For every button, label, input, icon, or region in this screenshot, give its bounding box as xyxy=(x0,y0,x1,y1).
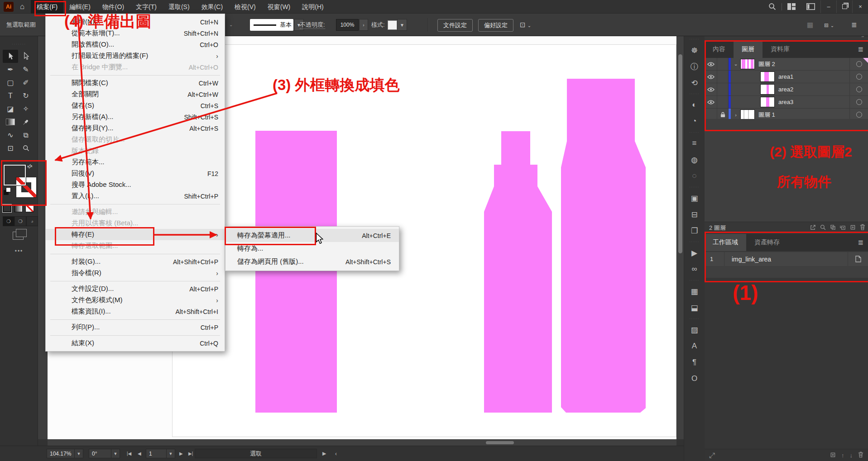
zoom-tool-icon[interactable] xyxy=(18,142,34,155)
search-icon[interactable] xyxy=(820,224,826,232)
file-menu-item-33[interactable]: 結束(X)Ctrl+Q xyxy=(46,337,225,349)
shape-builder-tool-icon[interactable]: ⧉ xyxy=(18,128,34,142)
make-clipping-mask-icon[interactable] xyxy=(830,224,836,232)
selection-tool-icon[interactable] xyxy=(3,50,18,63)
layer-name[interactable]: 圖層 1 xyxy=(758,111,775,119)
minimize-button[interactable]: – xyxy=(820,0,836,13)
file-menu-item-3[interactable]: 開啟舊檔(O)...Ctrl+O xyxy=(46,39,225,50)
area1-rectangle[interactable] xyxy=(255,131,337,413)
panel-grip[interactable]: ∙∙∙∙∙∙∙ xyxy=(0,42,38,46)
appearance-panel-icon[interactable]: ◌ xyxy=(684,168,705,184)
expand-chevron-icon[interactable]: › xyxy=(731,112,741,118)
layer-row-area1[interactable]: area1 xyxy=(705,71,868,83)
file-menu-item-27[interactable]: 文件設定(D)...Alt+Ctrl+P xyxy=(46,283,225,295)
artboards-panel-tab-2[interactable]: 資產轉存 xyxy=(746,234,788,251)
draw-normal-button[interactable]: ❍ xyxy=(3,216,14,226)
collect-for-export-icon[interactable] xyxy=(810,224,816,232)
artboards-panel-tab-1[interactable]: 工作區域 xyxy=(705,234,746,251)
layer-row-圖層 2[interactable]: ⌄圖層 2 xyxy=(705,58,868,71)
last-artboard-icon[interactable]: ▶| xyxy=(188,449,193,458)
resize-handle-icon[interactable]: ⤢ xyxy=(705,451,715,460)
pen-tool-icon[interactable]: ✒ xyxy=(3,63,18,76)
file-menu-item-17[interactable]: 置入(L)...Shift+Ctrl+P xyxy=(46,190,225,202)
target-circle-icon[interactable] xyxy=(856,99,862,105)
new-sublayer-icon[interactable] xyxy=(840,224,846,232)
layers-panel-tab-2[interactable]: 圖層 xyxy=(734,41,762,58)
curvature-tool-icon[interactable]: ✎ xyxy=(18,63,34,76)
file-menu-item-24[interactable]: 封裝(G)...Alt+Shift+Ctrl+P xyxy=(46,256,225,267)
target-circle-icon[interactable] xyxy=(856,74,862,80)
eyedropper-tool-icon[interactable] xyxy=(18,115,34,128)
layer-name[interactable]: area2 xyxy=(778,86,793,93)
menubar-item-9[interactable]: 說明(H) xyxy=(296,0,329,14)
file-menu-item-12[interactable]: 儲存選取的切片... xyxy=(46,134,225,145)
gradient-tool-icon[interactable] xyxy=(3,115,18,128)
swap-fill-stroke-icon[interactable]: ⇆ xyxy=(25,162,34,170)
visibility-eye-icon[interactable] xyxy=(705,71,717,83)
draw-behind-button[interactable]: ❍ xyxy=(14,216,26,226)
opentype-panel-icon[interactable]: O xyxy=(684,371,705,387)
lock-icon[interactable] xyxy=(717,71,729,83)
vertical-scrollbar[interactable] xyxy=(676,36,684,439)
app-logo-icon[interactable]: Ai xyxy=(4,2,14,12)
file-menu-item-13[interactable]: 版本記錄 xyxy=(46,145,225,157)
draw-inside-button[interactable]: ◕ xyxy=(26,216,38,226)
new-artboard-icon[interactable] xyxy=(830,452,836,459)
target-circle-cell[interactable] xyxy=(849,71,868,83)
layers-panel-tab-3[interactable]: 資料庫 xyxy=(762,41,798,58)
type-tool-icon[interactable]: T xyxy=(3,89,18,102)
file-menu-item-15[interactable]: 回復(V)F12 xyxy=(46,168,225,179)
paintbrush-tool-icon[interactable]: ✐ xyxy=(18,76,34,89)
style-dropdown-chevron[interactable]: ▼ xyxy=(397,19,407,31)
layer-row-area2[interactable]: area2 xyxy=(705,83,868,96)
asset-export-panel-icon[interactable]: ⬓ xyxy=(684,299,705,316)
vertical-scroll-thumb[interactable] xyxy=(678,54,682,253)
color-button[interactable] xyxy=(3,204,11,212)
visibility-eye-icon[interactable] xyxy=(705,58,717,70)
eraser-tool-icon[interactable]: ◪ xyxy=(3,102,18,115)
panel-grip[interactable]: ∙∙∙∙∙∙ xyxy=(689,91,699,97)
links-panel-icon[interactable]: ∞ xyxy=(684,261,705,277)
edit-toolbar-button[interactable]: ••• xyxy=(0,248,38,254)
menubar-item-1[interactable]: 檔案(F) xyxy=(31,0,63,14)
panel-grip[interactable]: ∙∙∙∙∙∙ xyxy=(689,239,699,245)
delete-artboard-icon[interactable] xyxy=(858,451,863,459)
file-menu-item-14[interactable]: 另存範本... xyxy=(46,157,225,168)
move-down-icon[interactable]: ↓ xyxy=(850,452,853,459)
file-menu-item-7[interactable]: 關閉檔案(C)Ctrl+W xyxy=(46,77,225,89)
export-submenu-item-2[interactable]: 轉存為... xyxy=(225,242,399,255)
panel-grip[interactable]: ∙∙∙∙∙∙ xyxy=(689,36,699,42)
status-collapse-icon[interactable]: ‹ xyxy=(335,449,337,458)
file-menu-item-19[interactable]: 邀請參與編輯... xyxy=(46,206,225,218)
target-circle-icon[interactable] xyxy=(856,112,862,118)
layer-thumbnail[interactable] xyxy=(741,59,754,69)
rotation-dropdown-chevron[interactable]: ▼ xyxy=(111,449,120,458)
shaper-tool-icon[interactable]: ✧ xyxy=(18,102,34,115)
workspace-switcher-icon[interactable] xyxy=(806,3,815,10)
lock-icon[interactable] xyxy=(717,58,729,70)
rectangle-tool-icon[interactable]: ▢ xyxy=(3,76,18,89)
file-menu-item-9[interactable]: 儲存(S)Ctrl+S xyxy=(46,100,225,111)
visibility-eye-icon[interactable] xyxy=(705,96,717,108)
snap-options-icon[interactable]: ⊡ ⌄ xyxy=(520,14,531,36)
file-menu-item-31[interactable]: 列印(P)...Ctrl+P xyxy=(46,322,225,333)
info-panel-icon[interactable]: ⓘ xyxy=(684,58,705,75)
panel-grip[interactable]: ∙∙∙∙∙∙ xyxy=(689,184,699,190)
file-menu-item-10[interactable]: 另存新檔(A)...Shift+Ctrl+S xyxy=(46,111,225,123)
artboard-row-img_link_area[interactable]: 1img_link_area xyxy=(705,252,868,266)
rotation-field[interactable]: 0° xyxy=(89,449,111,458)
menubar-item-5[interactable]: 選取(S) xyxy=(163,0,196,14)
file-menu-item-5[interactable]: 在 Bridge 中瀏覽...Alt+Ctrl+O xyxy=(46,62,225,73)
layer-thumbnail[interactable] xyxy=(761,97,774,107)
file-menu-item-28[interactable]: 文件色彩模式(M)› xyxy=(46,295,225,306)
panel-grip[interactable]: ∙∙∙∙∙∙ xyxy=(689,129,699,135)
opacity-label[interactable]: 不透明度: xyxy=(300,21,325,29)
artboard-name[interactable]: img_link_area xyxy=(724,256,848,263)
artboards-panel-icon[interactable]: ▦ xyxy=(684,283,705,299)
lock-icon[interactable] xyxy=(717,83,729,95)
layer-row-area3[interactable]: area3 xyxy=(705,96,868,109)
visibility-eye-icon[interactable] xyxy=(705,83,717,95)
align-to-icon[interactable]: ⧈ ⌄ xyxy=(824,14,834,36)
file-menu-item-21[interactable]: 轉存(E)› xyxy=(46,229,225,240)
artboard-page-icon[interactable] xyxy=(848,252,868,266)
